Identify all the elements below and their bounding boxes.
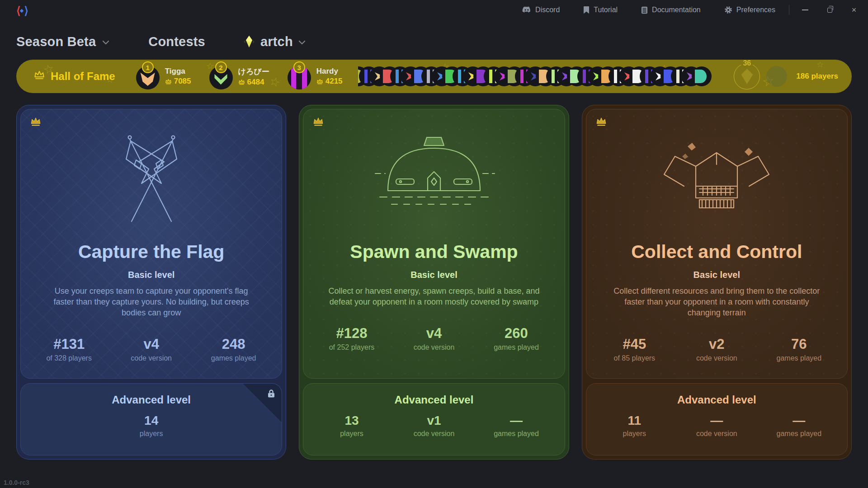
crown-icon: [312, 117, 324, 128]
stat-label: of 85 players: [614, 354, 656, 362]
nav-row: Season Beta Contests artch: [0, 30, 868, 53]
basic-stats: #131 of 328 players v4 code version 248 …: [40, 336, 263, 362]
advanced-level-panel[interactable]: Advanced level 14 players: [20, 383, 282, 455]
discord-label: Discord: [535, 6, 560, 14]
gem-icon: [243, 35, 255, 48]
crown-icon: [165, 79, 172, 84]
card-capture-the-flag[interactable]: Capture the Flag Basic level Use your cr…: [16, 105, 286, 460]
stat-value: 14: [144, 413, 158, 428]
basic-level-panel[interactable]: Spawn and Swamp Basic level Collect or h…: [303, 109, 565, 379]
stat-value: #45: [623, 336, 646, 352]
hall-of-fame-title: Hall of Fame: [33, 70, 115, 83]
player-score: 7085: [174, 77, 191, 86]
stat-value: —: [510, 413, 523, 428]
rank-badge: 3: [293, 61, 305, 73]
tutorial-label: Tutorial: [594, 6, 618, 14]
stat-value: v4: [143, 336, 159, 352]
stat: — games played: [770, 413, 828, 438]
game-description: Use your creeps team to capture your opp…: [45, 286, 258, 318]
stat-label: games played: [211, 354, 256, 362]
titlebar-divider: [789, 5, 789, 15]
stat: 11 players: [605, 413, 663, 438]
stat: 14 players: [123, 413, 180, 438]
crown-icon: [238, 79, 245, 85]
stat-value: 76: [791, 336, 807, 352]
close-button[interactable]: ×: [850, 6, 858, 14]
top-player-2[interactable]: 2 けろびー 6484: [209, 63, 269, 89]
logo-dot: [20, 9, 24, 13]
advanced-level-title: Advanced level: [677, 394, 756, 406]
player-score: 4215: [326, 77, 343, 86]
stat-value: 260: [505, 325, 528, 342]
stat: 248 games played: [205, 336, 263, 362]
basic-level-panel[interactable]: Capture the Flag Basic level Use your cr…: [20, 109, 282, 379]
game-cards: Capture the Flag Basic level Use your cr…: [0, 93, 868, 460]
stat-value: —: [793, 413, 805, 428]
app-logo: ⟨ ⟩: [16, 5, 28, 17]
advanced-stats: 14 players: [123, 413, 180, 438]
stat-label: code version: [696, 354, 737, 362]
logo-right-bracket: ⟩: [24, 5, 27, 17]
top-player-3[interactable]: 3 Hardy 4215: [288, 63, 343, 89]
player-avatar-strip[interactable]: [358, 66, 727, 86]
minimize-icon: [802, 9, 808, 10]
player-name: Tigga: [165, 67, 191, 76]
gem-icon: [741, 69, 753, 84]
stat-value: 248: [222, 336, 245, 352]
stat: v2 code version: [688, 336, 745, 362]
window-controls: ×: [801, 6, 858, 14]
discord-button[interactable]: Discord: [522, 6, 560, 14]
stat-label: code version: [414, 343, 455, 352]
player-name: けろびー: [238, 66, 269, 77]
mini-avatar: [692, 66, 712, 86]
stat-value: v4: [426, 325, 442, 342]
discord-icon: [522, 6, 531, 14]
tab-contests[interactable]: Contests: [148, 34, 205, 49]
hall-of-fame-banner[interactable]: ☆ ☆ ☆ ☆ ☆ ☆ ☆ ☆ ☆ Hall of Fame 1 Tigga 7…: [16, 60, 852, 93]
account-selector[interactable]: artch: [243, 34, 306, 49]
chevron-down-icon: [102, 38, 109, 47]
level-label: Basic level: [128, 270, 175, 280]
restore-icon: [827, 8, 832, 13]
advanced-level-panel[interactable]: Advanced level 13 players v1 code versio…: [303, 383, 565, 455]
stat-label: players: [140, 430, 163, 438]
preferences-label: Preferences: [736, 6, 775, 14]
advanced-stats: 11 players — code version — games played: [605, 413, 828, 438]
stat: — code version: [688, 413, 745, 438]
stat-label: games played: [494, 430, 539, 438]
documentation-button[interactable]: Documentation: [641, 6, 701, 14]
card-spawn-and-swamp[interactable]: Spawn and Swamp Basic level Collect or h…: [299, 105, 569, 460]
season-selector[interactable]: Season Beta: [16, 34, 109, 49]
preferences-button[interactable]: Preferences: [724, 6, 775, 14]
crown-icon: [595, 117, 607, 128]
player-score: 6484: [247, 78, 264, 87]
game-title: Spawn and Swamp: [350, 241, 518, 263]
stat: #45 of 85 players: [605, 336, 663, 362]
top-player-1[interactable]: 1 Tigga 7085: [136, 63, 191, 89]
crown-icon: [33, 70, 45, 83]
chevron-down-icon: [298, 38, 306, 47]
basic-stats: #128 of 252 players v4 code version 260 …: [323, 325, 545, 352]
logo-left-bracket: ⟨: [16, 5, 19, 17]
game-title: Collect and Control: [631, 241, 802, 263]
contests-label: Contests: [148, 34, 205, 49]
stat-label: games played: [777, 430, 822, 438]
crown-icon: [316, 79, 323, 84]
stat: v1 code version: [405, 413, 463, 438]
more-players-count: 36: [741, 60, 753, 67]
stat-label: games played: [494, 343, 539, 352]
restore-button[interactable]: [826, 6, 834, 14]
stat-label: code version: [414, 430, 455, 438]
advanced-level-panel[interactable]: Advanced level 11 players — code version…: [586, 383, 848, 455]
stat: 76 games played: [770, 336, 828, 362]
basic-level-panel[interactable]: Collect and Control Basic level Collect …: [586, 109, 848, 379]
card-collect-and-control[interactable]: Collect and Control Basic level Collect …: [582, 105, 852, 460]
level-label: Basic level: [693, 270, 740, 280]
minimize-button[interactable]: [801, 6, 809, 14]
bookmark-icon: [583, 6, 590, 14]
tutorial-button[interactable]: Tutorial: [583, 6, 618, 14]
player-name: Hardy: [316, 67, 343, 76]
stat-label: of 252 players: [329, 343, 375, 352]
top-players: 1 Tigga 7085 2 けろびー 6484 3 Hardy: [136, 63, 343, 89]
lock-icon: [267, 389, 275, 398]
